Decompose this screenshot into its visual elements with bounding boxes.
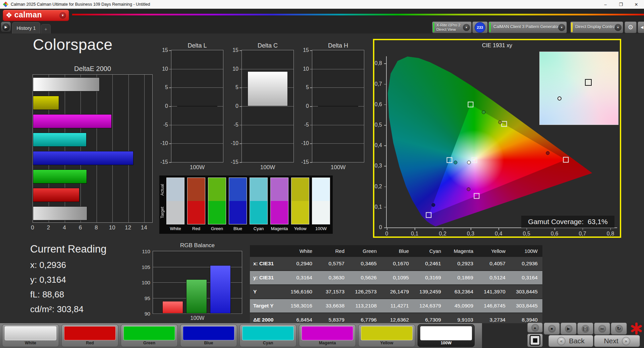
table-header-100W: 100W xyxy=(510,245,542,257)
pattern-label-Red: Red xyxy=(62,341,118,345)
restore-icon[interactable]: ❐ xyxy=(613,0,629,9)
pattern-color-White xyxy=(5,326,56,340)
delta-tickmark xyxy=(310,87,312,88)
cie-x-tick-label: 0,3 xyxy=(467,231,474,237)
busy-indicator-icon xyxy=(630,322,643,335)
chevron-down-icon[interactable]: ▼ xyxy=(558,24,565,31)
cie-x-tick xyxy=(498,228,499,230)
delta-tickmark xyxy=(169,125,171,126)
deltae-gridline xyxy=(128,75,129,222)
next-button[interactable]: Next » xyxy=(594,335,640,347)
stop-button[interactable]: ■ xyxy=(544,323,560,335)
chevron-down-icon[interactable]: ▼ xyxy=(59,12,66,19)
deltae-gridline xyxy=(97,75,97,222)
cie-x-tick xyxy=(415,228,415,230)
rgb-bar-Green xyxy=(186,279,207,314)
delta-tickmark xyxy=(310,162,312,163)
refresh-button[interactable]: ↻ xyxy=(611,323,627,335)
pattern-button-Yellow[interactable]: Yellow xyxy=(358,324,415,347)
collapse-panel-button[interactable]: ◀ xyxy=(638,21,644,33)
pattern-window-icon xyxy=(530,335,540,346)
pattern-button-Green[interactable]: Green xyxy=(121,324,178,347)
deltae-tick-label: 8 xyxy=(95,224,98,231)
delta_c-bar xyxy=(248,71,288,106)
target-row-label: Target xyxy=(160,202,165,224)
deltae-tick-label: 6 xyxy=(79,224,82,231)
inset-target-square xyxy=(585,79,592,86)
delta-gridline xyxy=(242,125,293,125)
swatch-actual-Magenta xyxy=(270,178,288,201)
reading-cdm2: cd/m²: 303,84 xyxy=(30,304,84,315)
pattern-button-Cyan[interactable]: Cyan xyxy=(239,324,297,347)
delta-tickmark xyxy=(239,143,242,144)
display-control-dropdown[interactable]: Direct Display Control ▼ xyxy=(570,21,623,33)
deltae-bar-Cyan xyxy=(33,133,87,147)
swatch-label-100W: 100W xyxy=(309,226,333,231)
expand-controls-button[interactable]: ▲ xyxy=(527,323,543,333)
chevron-down-icon[interactable]: ▼ xyxy=(463,24,470,31)
refresh-icon: ↻ xyxy=(615,325,623,333)
tab-history-1[interactable]: History 1 xyxy=(12,22,40,33)
cie-y-tick-label: 0,4 xyxy=(371,142,382,148)
delta-gridline xyxy=(312,87,364,88)
pattern-button-100W[interactable]: 100W xyxy=(418,324,475,347)
delta-c-title: Delta C xyxy=(241,42,294,49)
cie-measured-Magenta xyxy=(467,187,470,191)
continuous-read-button[interactable]: ∞ xyxy=(594,323,610,335)
pattern-button-White[interactable]: White xyxy=(2,324,59,347)
layout-nav-button[interactable]: ▶ xyxy=(1,21,11,32)
delta-gridline xyxy=(171,143,223,144)
meter-dropdown[interactable]: X-Rite i1Pro 2 Direct View ▼ xyxy=(432,21,472,33)
delta-h-chart: 151050-5-10-15 xyxy=(312,50,364,162)
title-bar: Calman 2025 Calman Ultimate for Business… xyxy=(0,0,644,9)
pattern-button-Magenta[interactable]: Magenta xyxy=(299,324,356,347)
chevron-down-icon[interactable]: ▼ xyxy=(614,24,622,31)
meter-exposure-button[interactable]: 233 xyxy=(472,21,488,33)
actual-row-label: Actual xyxy=(160,179,165,201)
swatch-actual-White xyxy=(166,178,184,201)
pattern-window-button[interactable] xyxy=(527,334,543,347)
play-button[interactable]: ▶ xyxy=(560,323,577,335)
table-row: y: CIE310,31640,36300,56260,10950,31690,… xyxy=(250,271,542,285)
table-cell: 37,1573 xyxy=(317,285,349,299)
table-cell: 63,2364 xyxy=(446,285,478,299)
table-cell: 0,3630 xyxy=(317,271,349,285)
pattern-label-Green: Green xyxy=(121,341,177,345)
pattern-color-Yellow xyxy=(361,326,413,340)
pattern-button-Blue[interactable]: Blue xyxy=(180,324,237,347)
add-tab-button[interactable]: + xyxy=(41,24,51,33)
pattern-button-Red[interactable]: Red xyxy=(61,324,118,347)
minimize-icon[interactable]: – xyxy=(598,0,613,9)
series-read-button[interactable]: [··] xyxy=(577,323,593,335)
delta-gridline xyxy=(242,106,293,107)
settings-button[interactable]: ⚙ xyxy=(625,21,637,33)
pattern-generator-dropdown[interactable]: CalMAN Client 3 Pattern Generator ▼ xyxy=(488,21,567,33)
deltae-bar-100W xyxy=(33,77,100,91)
delta-tick-label: 10 xyxy=(227,66,238,72)
gamut-coverage: Gamut Coverage: 63,1% xyxy=(521,216,614,228)
table-cell: 0,4057 xyxy=(478,257,510,271)
delta-tick-label: 5 xyxy=(157,84,168,90)
delta_h-zero-line xyxy=(318,106,358,107)
table-cell: 146,8745 xyxy=(478,299,510,313)
swatch-target-Blue xyxy=(229,201,247,224)
delta-tickmark xyxy=(169,106,171,107)
swatch-actual-Yellow xyxy=(291,178,309,201)
swatch-label-White: White xyxy=(164,226,187,231)
delta-tickmark xyxy=(239,50,242,51)
swatch-label-Green: Green xyxy=(205,226,229,231)
pattern-color-Magenta xyxy=(302,326,353,340)
swatch-label-Blue: Blue xyxy=(226,226,250,231)
deltae-x-axis: 02468101214 xyxy=(33,224,153,231)
table-header-Yellow: Yellow xyxy=(478,245,510,257)
delta-tickmark xyxy=(239,69,242,70)
back-button[interactable]: « Back xyxy=(548,335,593,347)
meter-exposure-badge: 233 xyxy=(475,22,485,33)
delta-tick-label: -10 xyxy=(298,140,309,146)
delta-tickmark xyxy=(239,87,242,88)
delta-l-category: 100W xyxy=(171,164,223,171)
table-cell: 0,5626 xyxy=(349,271,381,285)
page-title: Colorspace xyxy=(33,36,113,54)
close-icon[interactable]: ✕ xyxy=(629,0,644,9)
calman-menu-button[interactable]: ❖ calman ▼ xyxy=(3,10,69,21)
